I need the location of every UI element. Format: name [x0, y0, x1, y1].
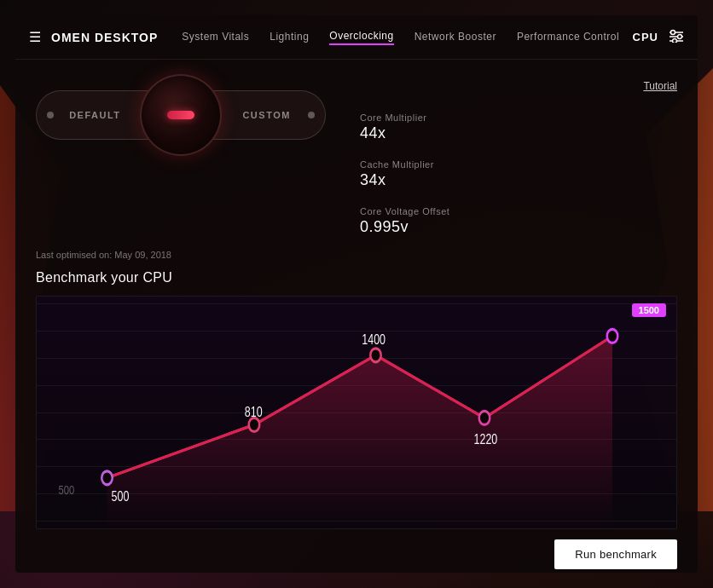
hamburger-icon[interactable]: ☰ [29, 29, 41, 45]
mode-default-btn[interactable]: DEFAULT [54, 107, 136, 124]
svg-text:810: 810 [245, 404, 263, 419]
benchmark-section: Benchmark your CPU [15, 270, 698, 573]
svg-text:1220: 1220 [474, 431, 498, 447]
svg-point-11 [249, 418, 260, 431]
intelligent-circle [140, 74, 222, 156]
nav-performance-control[interactable]: Performance Control [517, 31, 619, 44]
stat-voltage-offset: Core Voltage Offset 0.995v [360, 206, 677, 236]
content: DEFAULT INTELLIGENT CUSTOM Tutorial Core… [15, 60, 698, 573]
brand-title: OMEN DESKTOP [51, 31, 158, 44]
top-section: DEFAULT INTELLIGENT CUSTOM Tutorial Core… [15, 60, 698, 250]
svg-point-3 [671, 30, 675, 34]
last-optimised: Last optimised on: May 09, 2018 [15, 250, 698, 260]
chart-svg: 1500 500 500 810 1400 1220 [37, 297, 676, 528]
cpu-badge: CPU [633, 31, 658, 43]
mode-dot-left [47, 112, 54, 118]
filter-icon[interactable] [669, 29, 684, 46]
svg-text:500: 500 [59, 483, 75, 498]
nav-links: System Vitals Lighting Overclocking Netw… [182, 30, 632, 45]
svg-text:500: 500 [112, 489, 130, 504]
svg-point-4 [678, 34, 682, 38]
svg-point-13 [370, 349, 381, 362]
navbar: ☰ OMEN DESKTOP System Vitals Lighting Ov… [15, 15, 698, 60]
mode-custom-btn[interactable]: CUSTOM [225, 107, 308, 124]
svg-point-17 [607, 329, 618, 343]
intelligent-pill [167, 111, 194, 119]
nav-lighting[interactable]: Lighting [270, 31, 309, 44]
run-btn-container: Run benchmark [36, 529, 677, 573]
stat-cache-multiplier: Cache Multiplier 34x [360, 159, 677, 189]
chart-container: 1500 500 500 810 1400 1220 [36, 296, 677, 529]
nav-right: CPU [633, 29, 684, 46]
tutorial-link[interactable]: Tutorial [360, 80, 677, 92]
stat-cache-multiplier-label: Cache Multiplier [360, 159, 677, 170]
app-window: ☰ OMEN DESKTOP System Vitals Lighting Ov… [15, 15, 698, 573]
nav-network-booster[interactable]: Network Booster [414, 31, 496, 44]
benchmark-title: Benchmark your CPU [36, 270, 677, 285]
stat-core-multiplier: Core Multiplier 44x [360, 112, 677, 142]
svg-point-15 [479, 411, 490, 424]
stat-voltage-offset-value: 0.995v [360, 218, 677, 236]
stat-cache-multiplier-value: 34x [360, 171, 677, 189]
svg-point-5 [673, 38, 677, 43]
mode-selector: DEFAULT INTELLIGENT CUSTOM [36, 90, 326, 140]
badge-1500: 1500 [632, 303, 666, 317]
stats-panel: Tutorial Core Multiplier 44x Cache Multi… [360, 73, 677, 236]
mode-selector-container: DEFAULT INTELLIGENT CUSTOM [36, 90, 326, 140]
svg-text:1400: 1400 [362, 332, 385, 348]
stat-core-multiplier-label: Core Multiplier [360, 112, 677, 123]
svg-point-9 [101, 471, 113, 485]
nav-overclocking[interactable]: Overclocking [329, 30, 393, 45]
stat-core-multiplier-value: 44x [360, 124, 677, 142]
run-benchmark-button[interactable]: Run benchmark [554, 539, 677, 569]
mode-dot-right [308, 112, 315, 118]
nav-system-vitals[interactable]: System Vitals [182, 31, 249, 44]
stat-voltage-offset-label: Core Voltage Offset [360, 206, 677, 216]
